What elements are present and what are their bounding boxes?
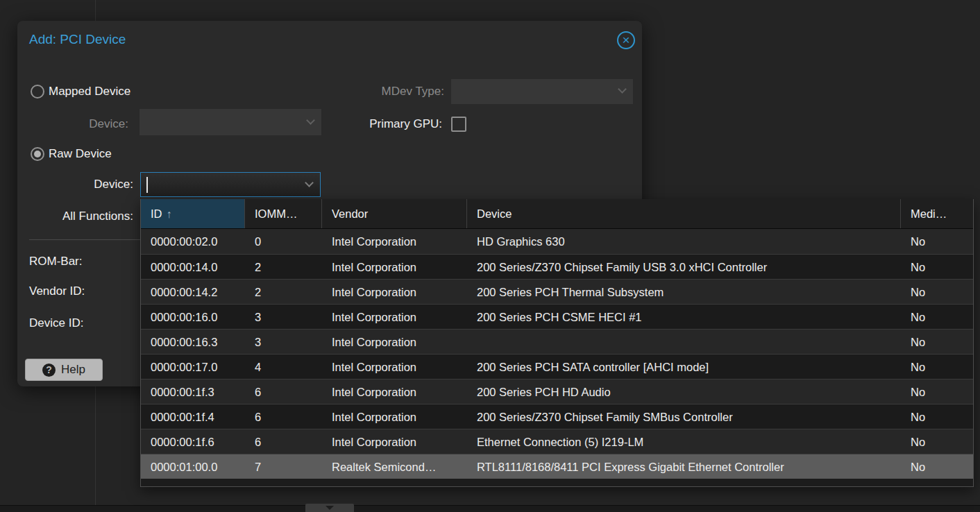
device-table-header: ID↑ IOMM… Vendor Device Medi… (141, 199, 973, 229)
cell-device: HD Graphics 630 (467, 229, 901, 254)
raw-device-label: Raw Device (49, 146, 112, 162)
cell-iommu: 2 (245, 280, 322, 304)
cell-iommu: 0 (245, 229, 322, 254)
cell-vendor: Intel Corporation (322, 330, 467, 354)
cell-id: 0000:00:02.0 (141, 229, 245, 254)
table-row[interactable]: 0000:00:02.00Intel CorporationHD Graphic… (141, 229, 973, 254)
raw-device-combobox[interactable] (140, 172, 321, 197)
cell-iommu: 6 (245, 379, 322, 404)
cell-medi: No (901, 229, 973, 254)
cell-vendor: Intel Corporation (322, 355, 467, 379)
mapped-device-combobox (140, 109, 321, 135)
table-row[interactable]: 0000:00:14.22Intel Corporation200 Series… (141, 279, 973, 304)
mapped-device-radio[interactable] (31, 85, 44, 99)
cell-vendor: Intel Corporation (322, 429, 467, 454)
cell-medi: No (901, 454, 973, 479)
cell-id: 0000:00:14.2 (141, 280, 245, 304)
cell-device: Ethernet Connection (5) I219-LM (467, 429, 901, 454)
cell-medi: No (901, 429, 973, 454)
cell-device: 200 Series PCH SATA controller [AHCI mod… (467, 355, 901, 379)
radio-dot (34, 151, 41, 157)
table-row[interactable]: 0000:00:1f.46Intel Corporation200 Series… (141, 404, 973, 429)
column-header-device[interactable]: Device (467, 199, 901, 228)
cell-device: 200 Series/Z370 Chipset Family SMBus Con… (467, 404, 901, 429)
device-id-label: Device ID: (29, 315, 83, 332)
cell-iommu: 4 (245, 355, 322, 379)
dialog-title: Add: PCI Device (29, 32, 126, 47)
chevron-down-icon (306, 116, 315, 125)
cell-medi: No (901, 379, 973, 404)
mdev-type-label: MDev Type: (316, 83, 444, 100)
text-cursor (146, 177, 148, 193)
column-header-label: IOMM… (255, 207, 297, 220)
cell-iommu: 3 (245, 330, 322, 354)
cell-device (467, 330, 901, 354)
cell-device: RTL8111/8168/8411 PCI Express Gigabit Et… (467, 454, 901, 479)
vendor-id-label: Vendor ID: (29, 283, 85, 300)
cell-vendor: Realtek Semicond… (322, 454, 467, 479)
table-row[interactable]: 0000:00:1f.66Intel CorporationEthernet C… (141, 429, 973, 454)
cell-medi: No (901, 280, 973, 304)
chevron-down-icon (618, 85, 627, 94)
cell-iommu: 2 (245, 255, 322, 279)
cell-medi: No (901, 355, 973, 379)
section-divider (29, 239, 147, 240)
cell-id: 0000:00:16.0 (141, 305, 245, 329)
pci-device-dropdown-list: ID↑ IOMM… Vendor Device Medi… 0000:00:02… (140, 199, 974, 487)
cell-id: 0000:00:16.3 (141, 330, 245, 354)
cell-id: 0000:00:1f.3 (141, 379, 245, 404)
cell-id: 0000:01:00.0 (141, 454, 245, 479)
cell-id: 0000:00:1f.6 (141, 429, 245, 454)
cell-medi: No (901, 255, 973, 279)
close-icon[interactable]: × (617, 31, 635, 49)
cell-device: 200 Series/Z370 Chipset Family USB 3.0 x… (467, 255, 901, 279)
table-row[interactable]: 0000:00:16.03Intel Corporation200 Series… (141, 304, 973, 329)
scroll-down-button[interactable] (305, 504, 354, 512)
column-header-iommu[interactable]: IOMM… (245, 199, 322, 228)
table-row[interactable]: 0000:00:1f.36Intel Corporation200 Series… (141, 379, 973, 404)
device-table-body: 0000:00:02.00Intel CorporationHD Graphic… (141, 229, 973, 479)
column-header-vendor[interactable]: Vendor (322, 199, 467, 228)
column-header-label: Device (477, 207, 512, 220)
column-header-id[interactable]: ID↑ (141, 199, 245, 228)
cell-medi: No (901, 330, 973, 354)
mapped-device-field-label: Device: (59, 116, 128, 133)
help-button[interactable]: ? Help (25, 359, 103, 381)
cell-vendor: Intel Corporation (322, 229, 467, 254)
column-header-label: Vendor (332, 207, 368, 220)
table-row[interactable]: 0000:00:16.33Intel CorporationNo (141, 329, 973, 354)
chevron-down-icon (326, 506, 334, 510)
cell-device: 200 Series PCH CSME HECI #1 (467, 305, 901, 329)
column-header-label: Medi… (911, 207, 947, 220)
mdev-type-combobox (451, 79, 633, 104)
table-row[interactable]: 0000:01:00.07Realtek Semicond…RTL8111/81… (141, 454, 973, 479)
cell-device: 200 Series PCH Thermal Subsystem (467, 280, 901, 304)
cell-vendor: Intel Corporation (322, 280, 467, 304)
cell-iommu: 6 (245, 429, 322, 454)
raw-device-radio[interactable] (31, 147, 44, 161)
table-row[interactable]: 0000:00:17.04Intel Corporation200 Series… (141, 354, 973, 379)
primary-gpu-label: Primary GPU: (316, 116, 442, 133)
cell-vendor: Intel Corporation (322, 255, 467, 279)
cell-id: 0000:00:14.0 (141, 255, 245, 279)
all-functions-label: All Functions: (31, 208, 133, 225)
chevron-down-icon (305, 178, 314, 187)
background-statusbar-edge (0, 505, 980, 512)
cell-vendor: Intel Corporation (322, 404, 467, 429)
cell-medi: No (901, 305, 973, 329)
help-icon: ? (42, 364, 56, 377)
cell-iommu: 7 (245, 454, 322, 479)
sort-asc-icon: ↑ (167, 208, 172, 220)
cell-vendor: Intel Corporation (322, 305, 467, 329)
raw-device-field-label: Device: (59, 176, 133, 193)
rom-bar-label: ROM-Bar: (29, 253, 83, 270)
mapped-device-label: Mapped Device (49, 83, 130, 100)
primary-gpu-checkbox[interactable] (451, 117, 466, 132)
column-header-mediated[interactable]: Medi… (901, 199, 973, 228)
cell-iommu: 3 (245, 305, 322, 329)
cell-id: 0000:00:1f.4 (141, 404, 245, 429)
cell-vendor: Intel Corporation (322, 379, 467, 404)
table-row[interactable]: 0000:00:14.02Intel Corporation200 Series… (141, 254, 973, 279)
cell-medi: No (901, 404, 973, 429)
cell-device: 200 Series PCH HD Audio (467, 379, 901, 404)
